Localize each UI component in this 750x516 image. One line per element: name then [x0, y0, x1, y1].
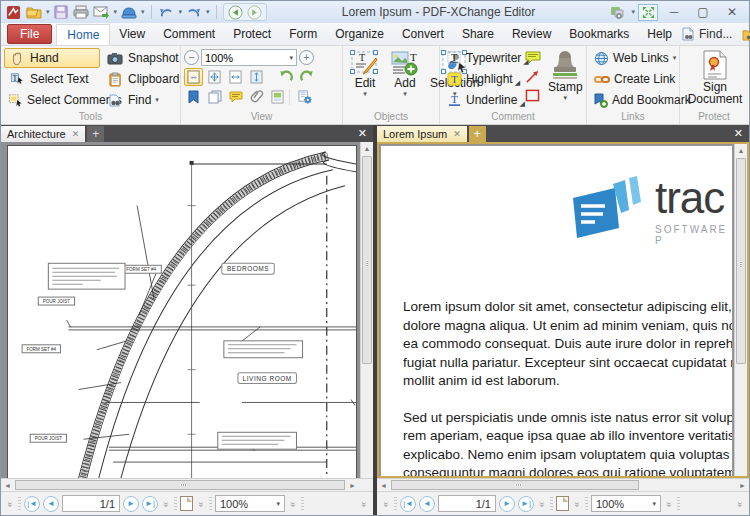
undo-dropdown-caret[interactable]: ▾ [179, 8, 183, 16]
right-page-number-box[interactable]: 1/1 [438, 495, 496, 512]
left-vscroll-thumb[interactable] [362, 156, 372, 364]
redo-dropdown-caret[interactable]: ▾ [206, 8, 210, 16]
find-tool-button[interactable]: Find ▾ [102, 90, 191, 110]
right-vscroll-thumb[interactable] [736, 158, 746, 364]
fullscreen-button[interactable] [638, 4, 658, 21]
tab-bookmarks[interactable]: Bookmarks [560, 24, 638, 44]
arrow-annotation-button[interactable] [523, 67, 542, 85]
scan-dropdown-caret[interactable]: ▾ [141, 8, 145, 16]
stamp-button[interactable]: Stamp ▾ [544, 48, 587, 110]
thumbnails-panel-button[interactable] [205, 88, 224, 106]
edit-objects-button[interactable]: T Edit ▾ [346, 48, 384, 110]
rectangle-annotation-button[interactable] [523, 86, 542, 104]
right-next-page-button[interactable]: ► [499, 496, 515, 512]
minimize-button[interactable]: ─ [661, 3, 687, 21]
snapshot-button[interactable]: Snapshot [102, 48, 191, 68]
right-page-view[interactable]: trac SOFTWARE P Lorem ipsum dolor sit am… [377, 142, 749, 478]
right-layout-expander-icon[interactable]: » [572, 499, 582, 509]
zoom-in-button[interactable]: + [299, 50, 314, 65]
tab-help[interactable]: Help [638, 24, 681, 44]
left-page-layout-icon[interactable] [180, 496, 193, 511]
tab-architecture[interactable]: Architecture ✕ [1, 126, 85, 142]
left-panes-expander-icon[interactable]: » [5, 499, 15, 509]
view-settings-button[interactable] [295, 88, 314, 106]
left-horizontal-scrollbar[interactable]: ◄ ► [1, 478, 373, 491]
select-text-button[interactable]: T Select Text [4, 69, 100, 89]
highlight-button[interactable]: T Highlight◢ [443, 69, 521, 89]
sticky-note-button[interactable] [523, 48, 542, 66]
scroll-up-icon[interactable]: ▲ [361, 142, 373, 155]
tab-share[interactable]: Share [453, 24, 503, 44]
left-layout-expander-icon[interactable]: » [196, 499, 206, 509]
right-horizontal-scrollbar[interactable]: ◄ ► [377, 478, 749, 491]
bookmarks-panel-button[interactable] [184, 88, 203, 106]
open-dropdown-caret[interactable]: ▾ [46, 8, 50, 16]
right-new-tab-button[interactable]: + [469, 126, 486, 142]
left-last-page-button[interactable]: ►| [142, 496, 158, 512]
left-nav-expander-icon[interactable]: » [161, 499, 171, 509]
undo-button[interactable] [158, 4, 175, 20]
add-bookmark-button[interactable]: Add Bookmark [590, 90, 676, 110]
forward-button[interactable] [246, 4, 263, 20]
select-comments-button[interactable]: Select Comments [4, 90, 100, 110]
find-menu-button[interactable]: Find... [681, 27, 732, 41]
file-menu-button[interactable]: File [7, 24, 52, 44]
tab-review[interactable]: Review [503, 24, 560, 44]
left-zoom-expander-icon[interactable]: » [288, 499, 298, 509]
tab-lorem-ipsum[interactable]: Lorem Ipsum ✕ [377, 126, 467, 142]
redo-button[interactable] [185, 4, 202, 20]
right-first-page-button[interactable]: |◄ [400, 496, 416, 512]
web-links-button[interactable]: Web Links ▾ [590, 48, 676, 68]
right-vertical-scrollbar[interactable]: ▲ [734, 144, 747, 476]
close-button[interactable]: ✕ [719, 3, 745, 21]
left-vertical-scrollbar[interactable]: ▲ [360, 142, 373, 478]
right-prev-page-button[interactable]: ◄ [419, 496, 435, 512]
maximize-button[interactable]: ▢ [690, 3, 716, 21]
back-button[interactable] [227, 4, 244, 20]
tab-view[interactable]: View [110, 24, 154, 44]
tab-protect[interactable]: Protect [224, 24, 280, 44]
tab-convert[interactable]: Convert [393, 24, 453, 44]
tab-organize[interactable]: Organize [326, 24, 393, 44]
right-hscroll-thumb[interactable] [391, 480, 639, 490]
tab-form[interactable]: Form [280, 24, 326, 44]
tab-comment[interactable]: Comment [154, 24, 224, 44]
scroll-left-icon[interactable]: ◄ [1, 479, 14, 491]
left-next-page-button[interactable]: ► [123, 496, 139, 512]
left-first-page-button[interactable]: |◄ [24, 496, 40, 512]
left-pane-close-icon[interactable]: ✕ [352, 127, 373, 140]
hand-tool-button[interactable]: Hand [4, 48, 100, 68]
underline-button[interactable]: T Underline◢ [443, 90, 521, 110]
email-dropdown-caret[interactable]: ▾ [114, 8, 118, 16]
tab-lorem-ipsum-close-icon[interactable]: ✕ [453, 129, 461, 139]
save-button[interactable] [53, 4, 70, 20]
scan-button[interactable] [120, 4, 137, 20]
print-button[interactable] [73, 4, 90, 20]
search-menu-button[interactable]: Search... [742, 27, 750, 41]
scroll-right-icon[interactable]: ► [346, 479, 359, 491]
create-link-button[interactable]: Create Link [590, 69, 676, 89]
ui-options-button[interactable] [610, 4, 627, 20]
right-zoom-combobox[interactable]: 100% ▾ [591, 495, 661, 512]
right-panes-expander-icon[interactable]: » [381, 499, 391, 509]
fit-page-button[interactable]: ⇿ [184, 68, 203, 86]
ui-options-caret[interactable]: ▾ [631, 8, 635, 16]
scroll-left-icon[interactable]: ◄ [377, 479, 390, 491]
add-objects-button[interactable]: T Add ▾ [386, 48, 424, 110]
left-prev-page-button[interactable]: ◄ [43, 496, 59, 512]
clipboard-button[interactable]: Clipboard ▾ [102, 69, 191, 89]
tab-home[interactable]: Home [56, 24, 110, 45]
sign-document-button[interactable]: Sign Document [683, 48, 747, 107]
export-panel-button[interactable] [268, 88, 287, 106]
right-more-expander-icon[interactable]: » [735, 499, 745, 509]
fit-visible-button[interactable] [205, 68, 224, 86]
attachments-panel-button[interactable] [247, 88, 266, 106]
left-more-expander-icon[interactable]: » [359, 499, 369, 509]
open-file-button[interactable] [25, 4, 42, 20]
zoom-out-button[interactable]: − [184, 50, 199, 65]
scroll-up-icon[interactable]: ▲ [735, 144, 747, 157]
left-hscroll-thumb[interactable] [15, 480, 345, 490]
comments-panel-button[interactable] [226, 88, 245, 106]
typewriter-button[interactable]: T Typewriter◢ [443, 48, 521, 68]
rotate-ccw-button[interactable] [276, 68, 295, 86]
